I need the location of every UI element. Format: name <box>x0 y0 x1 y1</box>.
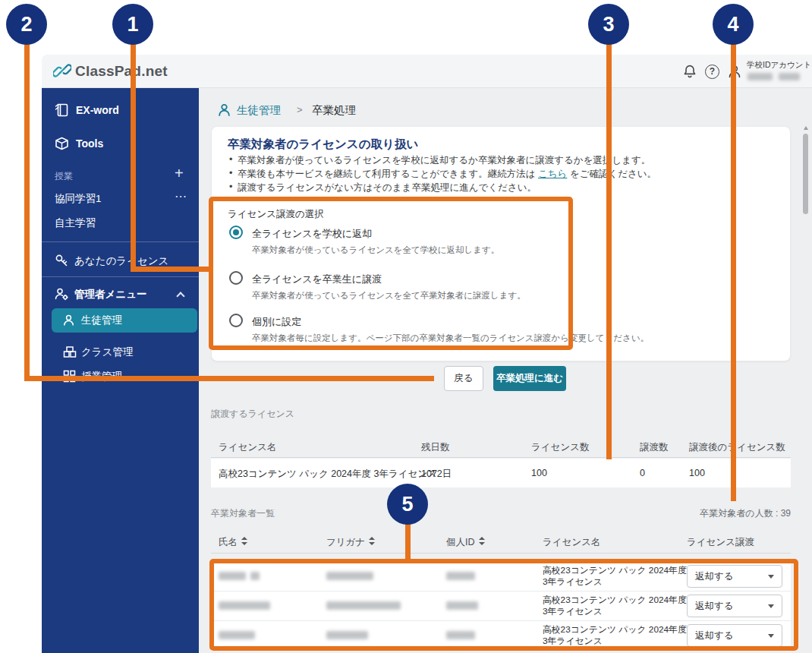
sort-icon <box>479 537 485 545</box>
key-icon <box>55 254 68 267</box>
scrollbar-up-arrow[interactable] <box>804 126 808 130</box>
card-title: 卒業対象者のライセンスの取り扱い <box>228 137 418 153</box>
cell-after-count: 100 <box>689 468 705 478</box>
table-header-divider <box>211 553 791 554</box>
targets-section-label: 卒業対象者一覧 <box>211 507 275 520</box>
targets-count: 卒業対象者の人数 : 39 <box>639 507 791 520</box>
sidebar-item-student-mgmt[interactable]: 生徒管理 <box>52 308 197 333</box>
add-class-button[interactable]: + <box>175 165 184 182</box>
kochira-link[interactable]: こちら <box>538 169 567 179</box>
callout-line-2 <box>24 376 434 381</box>
help-icon[interactable]: ? <box>705 65 719 79</box>
exword-icon <box>55 103 69 117</box>
callout-line-5 <box>405 522 411 560</box>
back-button[interactable]: 戻る <box>444 366 483 391</box>
person-icon <box>217 103 231 117</box>
callout-badge-5: 5 <box>387 484 428 525</box>
redacted-account-name <box>747 73 773 80</box>
breadcrumb-separator: > <box>297 104 303 115</box>
scrollbar-thumb[interactable] <box>803 134 808 214</box>
col-license-name: ライセンス名 <box>219 441 276 454</box>
callout-line-3 <box>606 43 612 459</box>
building-icon <box>63 345 77 358</box>
breadcrumb-parent-link[interactable]: 生徒管理 <box>237 103 281 118</box>
logo-text: ClassPad.net <box>75 63 168 80</box>
col-kana-sortable[interactable]: フリガナ <box>326 536 375 549</box>
sidebar-section-classes: 授業 <box>55 170 73 183</box>
cell-transfer-count: 0 <box>640 468 645 478</box>
sort-icon <box>369 537 375 545</box>
col-after-count: 譲渡後のライセンス数 <box>689 441 785 454</box>
col-license-name: ライセンス名 <box>543 536 600 549</box>
bullet-item: 譲渡するライセンスがない方はそのまま卒業処理に進んでください。 <box>238 181 537 194</box>
callout-badge-1: 1 <box>112 4 153 45</box>
redacted-account-name <box>779 73 800 80</box>
callout-badge-3: 3 <box>588 4 629 45</box>
tools-icon <box>55 137 69 150</box>
col-days-left: 残日数 <box>421 441 450 454</box>
bullet-item: 卒業後も本サービスを継続して利用することができます。継続方法は こちら をご確認… <box>238 168 656 181</box>
sidebar-item-class1[interactable]: 協同学習1 <box>55 192 102 206</box>
notification-bell-icon[interactable] <box>682 64 697 79</box>
sidebar-divider <box>42 276 199 277</box>
breadcrumb-current: 卒業処理 <box>312 103 356 118</box>
admin-user-gear-icon <box>55 287 69 301</box>
sort-icon <box>241 537 247 545</box>
callout-line-4 <box>731 43 736 501</box>
class-more-button[interactable]: ⋯ <box>175 189 187 203</box>
col-license-transfer: ライセンス譲渡 <box>687 536 754 549</box>
callout-box-target-rows <box>209 559 798 651</box>
cell-days-left: 1072日 <box>421 468 452 481</box>
col-license-count: ライセンス数 <box>531 441 589 454</box>
callout-line-2 <box>24 43 30 381</box>
col-transfer-count: 譲渡数 <box>640 441 669 454</box>
person-icon <box>62 314 75 326</box>
annotated-screenshot: ClassPad.net ? 学校IDアカウント EX-word <box>0 0 812 653</box>
proceed-graduation-button[interactable]: 卒業処理に進む <box>493 366 566 391</box>
callout-line-1 <box>131 43 136 271</box>
cell-license-count: 100 <box>531 468 547 478</box>
cell-license-name: 高校23コンテンツ パック 2024年度 3年ライセンス <box>219 468 437 481</box>
sidebar-item-class2[interactable]: 自主学習 <box>55 216 96 230</box>
sidebar-divider <box>42 241 199 242</box>
callout-badge-2: 2 <box>6 4 47 45</box>
callout-badge-4: 4 <box>713 4 754 45</box>
classpad-logo-icon <box>53 62 71 80</box>
bullet-item: 卒業対象者が使っているライセンスを学校に返却するか卒業対象者に譲渡するかを選択し… <box>238 154 650 167</box>
col-personal-id-sortable[interactable]: 個人ID <box>446 536 485 549</box>
license-section-label: 譲渡するライセンス <box>211 408 294 421</box>
table-header-divider <box>211 457 791 458</box>
callout-box-radio-group <box>209 197 573 350</box>
account-type-label: 学校IDアカウント <box>747 60 811 71</box>
col-name-sortable[interactable]: 氏名 <box>219 536 247 549</box>
callout-line-1 <box>131 267 211 272</box>
